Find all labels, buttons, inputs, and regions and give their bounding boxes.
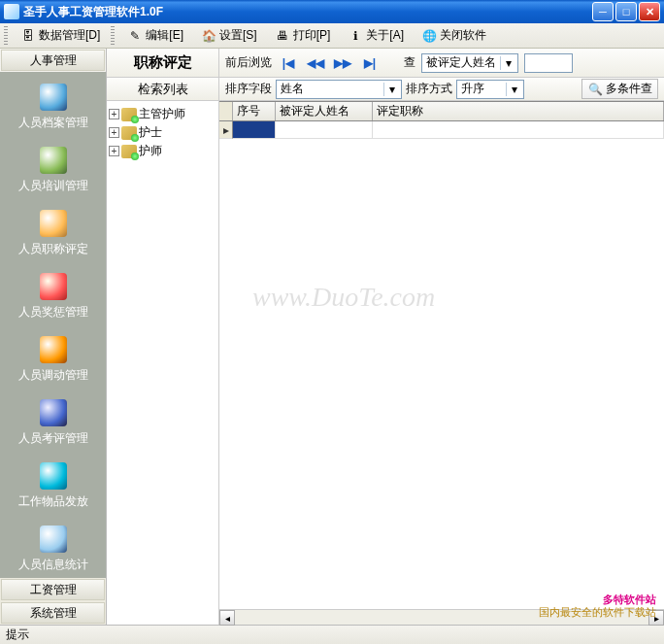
window-title: 圣手人事工资管理软件1.0F — [23, 4, 592, 20]
nav-first-button[interactable]: |◀ — [278, 53, 299, 73]
title-eval-icon — [40, 210, 67, 237]
row-indicator-header — [219, 102, 233, 120]
sidebar: 人事管理 人员档案管理 人员培训管理 人员职称评定 人员奖惩管理 人员调动管理 — [0, 49, 107, 625]
tree-node[interactable]: + 护师 — [109, 142, 216, 160]
menu-label: 编辑[E] — [146, 27, 183, 44]
chevron-down-icon: ▾ — [500, 56, 515, 70]
search-field-value: 被评定人姓名 — [426, 54, 496, 71]
sidebar-item-archive[interactable]: 人员档案管理 — [0, 76, 106, 139]
grid-header: 序号 被评定人姓名 评定职称 — [219, 102, 664, 121]
content: 职称评定 前后浏览 |◀ ◀◀ ▶▶ ▶| 查 被评定人姓名 ▾ 检索列表 — [107, 49, 664, 625]
sidebar-item-transfer[interactable]: 人员调动管理 — [0, 328, 106, 391]
cell-index[interactable] — [233, 121, 276, 139]
home-icon: 🏠 — [201, 28, 216, 44]
minimize-button[interactable]: ─ — [592, 2, 614, 21]
search-field-select[interactable]: 被评定人姓名 ▾ — [421, 53, 518, 73]
tree-node-label: 护师 — [139, 143, 162, 159]
app-icon — [4, 4, 19, 19]
sidebar-item-label: 人员信息统计 — [18, 557, 88, 573]
menu-label: 打印[P] — [293, 27, 331, 44]
sidebar-item-reward[interactable]: 人员奖惩管理 — [0, 265, 106, 328]
maximize-button[interactable]: □ — [615, 2, 637, 21]
nav-next-button[interactable]: ▶▶ — [332, 53, 353, 73]
cell-title[interactable] — [373, 121, 664, 139]
expand-icon[interactable]: + — [109, 146, 119, 156]
search-input[interactable] — [524, 53, 573, 73]
sidebar-item-title-eval[interactable]: 人员职称评定 — [0, 202, 106, 265]
column-header-name[interactable]: 被评定人姓名 — [276, 102, 373, 120]
tree-header: 检索列表 — [107, 78, 218, 101]
close-button[interactable]: ✕ — [639, 2, 660, 21]
sidebar-item-training[interactable]: 人员培训管理 — [0, 139, 106, 202]
tree-node-label: 主管护师 — [139, 106, 185, 122]
reward-icon — [40, 273, 67, 300]
row-indicator-icon: ▸ — [219, 121, 233, 139]
sort-order-label: 排序方式 — [406, 81, 452, 97]
sidebar-item-goods[interactable]: 工作物品发放 — [0, 455, 106, 518]
stats-icon — [40, 525, 67, 553]
tree-panel: 检索列表 + 主管护师 + 护士 + 护师 — [107, 78, 219, 625]
menu-about[interactable]: ℹ 关于[A] — [341, 24, 411, 47]
grid-panel: 排序字段 姓名 ▾ 排序方式 升序 ▾ 🔍 多条件查 — [219, 78, 664, 625]
nav-last-button[interactable]: ▶| — [359, 53, 381, 73]
scroll-left-button[interactable]: ◂ — [219, 610, 235, 626]
column-header-title[interactable]: 评定职称 — [373, 102, 664, 120]
chevron-down-icon: ▾ — [383, 83, 399, 96]
menu-label: 数据管理[D] — [39, 27, 100, 44]
column-header-index[interactable]: 序号 — [233, 102, 276, 120]
browse-label: 前后浏览 — [225, 54, 272, 71]
sidebar-footer-salary[interactable]: 工资管理 — [1, 579, 105, 600]
menu-label: 关于[A] — [366, 27, 404, 44]
sort-field-label: 排序字段 — [225, 81, 272, 97]
grid-area: 序号 被评定人姓名 评定职称 ▸ — [219, 101, 664, 609]
multi-filter-label: 多条件查 — [606, 81, 652, 97]
toolbar-grip — [111, 26, 115, 46]
sidebar-item-review[interactable]: 人员考评管理 — [0, 391, 106, 455]
menu-edit[interactable]: ✎ 编辑[E] — [120, 24, 190, 47]
multi-filter-button[interactable]: 🔍 多条件查 — [581, 79, 658, 99]
sort-field-select[interactable]: 姓名 ▾ — [276, 80, 402, 99]
page-title: 职称评定 — [107, 49, 219, 77]
sidebar-item-label: 人员调动管理 — [18, 367, 88, 384]
search-label: 查 — [404, 54, 415, 71]
sidebar-item-label: 人员奖惩管理 — [18, 304, 88, 321]
sort-order-select[interactable]: 升序 ▾ — [456, 80, 524, 99]
archive-icon — [40, 84, 67, 111]
tree-node[interactable]: + 护士 — [109, 123, 216, 142]
menu-data[interactable]: 🗄 数据管理[D] — [14, 24, 107, 47]
menu-exit[interactable]: 🌐 关闭软件 — [415, 24, 493, 47]
content-body: 检索列表 + 主管护师 + 护士 + 护师 — [107, 78, 664, 625]
nav-prev-button[interactable]: ◀◀ — [305, 53, 326, 73]
sidebar-item-stats[interactable]: 人员信息统计 — [0, 518, 106, 578]
status-hint: 提示 — [6, 627, 29, 643]
training-icon — [40, 147, 67, 174]
menu-print[interactable]: 🖶 打印[P] — [268, 24, 338, 47]
tree-node[interactable]: + 主管护师 — [109, 105, 216, 123]
info-icon: ℹ — [348, 28, 363, 44]
sidebar-header-hr[interactable]: 人事管理 — [1, 50, 105, 71]
filter-icon: 🔍 — [587, 82, 603, 97]
expand-icon[interactable]: + — [109, 127, 119, 138]
browse-toolbar: 前后浏览 |◀ ◀◀ ▶▶ ▶| 查 被评定人姓名 ▾ — [219, 49, 664, 77]
table-row[interactable]: ▸ — [219, 121, 664, 139]
sidebar-item-label: 人员档案管理 — [18, 115, 88, 131]
main-area: 人事管理 人员档案管理 人员培训管理 人员职称评定 人员奖惩管理 人员调动管理 — [0, 49, 664, 625]
titlebar: 圣手人事工资管理软件1.0F ─ □ ✕ — [0, 0, 664, 23]
sort-order-value: 升序 — [461, 81, 502, 97]
scroll-track[interactable] — [235, 610, 648, 625]
expand-icon[interactable]: + — [109, 109, 119, 119]
menu-settings[interactable]: 🏠 设置[S] — [194, 24, 264, 47]
tree-node-label: 护士 — [139, 124, 162, 141]
sidebar-item-label: 工作物品发放 — [18, 493, 88, 510]
statusbar: 提示 — [0, 625, 664, 644]
horizontal-scrollbar[interactable]: ◂ ▸ — [219, 609, 664, 625]
sidebar-item-label: 人员考评管理 — [18, 430, 88, 447]
folder-icon — [121, 145, 137, 158]
toolbar-grip — [4, 26, 8, 46]
tree-body: + 主管护师 + 护士 + 护师 — [107, 101, 218, 625]
folder-icon — [121, 108, 137, 121]
sidebar-footer-system[interactable]: 系统管理 — [1, 602, 105, 624]
scroll-right-button[interactable]: ▸ — [648, 610, 664, 626]
cell-name[interactable] — [276, 121, 373, 139]
database-icon: 🗄 — [20, 28, 36, 44]
